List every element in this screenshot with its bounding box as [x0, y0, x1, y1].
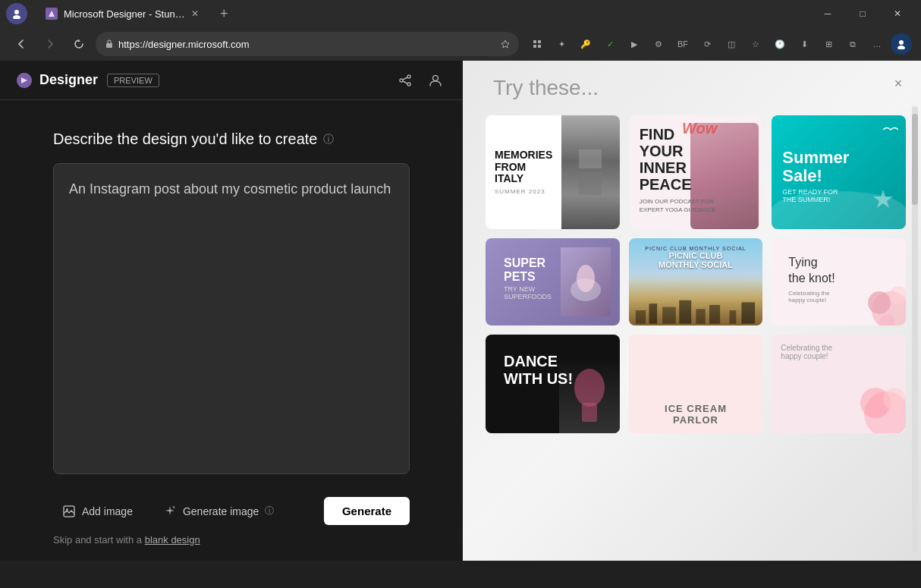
memories-title: MEMORIESFROM ITALY	[495, 149, 552, 184]
design-card-peace[interactable]: FINDYOURINNERPEACE JOIN OUR PODCAST FORE…	[629, 115, 763, 229]
action-row: Add image Generate image ⓘ Generate	[53, 497, 410, 525]
address-bar[interactable]: https://designer.microsoft.com	[96, 32, 519, 56]
svg-point-10	[400, 79, 403, 82]
designer-logo: Designer PREVIEW	[15, 71, 159, 90]
svg-rect-17	[579, 149, 602, 168]
pets-image	[561, 247, 611, 316]
svg-rect-24	[662, 307, 676, 324]
memories-image	[561, 115, 619, 229]
browser-icon-7[interactable]: ⟳	[696, 33, 718, 55]
user-profile-icon[interactable]	[891, 33, 912, 55]
design-card-summer[interactable]: SummerSale! GET READY FORTHE SUMMER!	[772, 115, 906, 229]
browser-icon-8[interactable]: ◫	[721, 33, 742, 55]
right-panel: × Try these... MEMORIESFROM ITALY SUMMER…	[463, 61, 921, 561]
celebrate-text: Celebrating thehappy couple!	[781, 344, 897, 360]
download-icon[interactable]: ⬇	[794, 33, 815, 55]
design-card-wedding[interactable]: Tyingthe knot! Celebrating thehappy coup…	[772, 238, 906, 325]
svg-point-21	[577, 265, 595, 292]
close-panel-button[interactable]: ×	[887, 72, 910, 95]
history-icon[interactable]: 🕐	[769, 33, 791, 55]
forward-button[interactable]	[38, 32, 62, 56]
celebrate-subtitle: Celebrating thehappy couple!	[781, 344, 897, 360]
refresh-button[interactable]	[67, 32, 91, 56]
pets-title: SUPER PETS	[504, 256, 552, 284]
extensions-btn[interactable]: ⧉	[842, 33, 863, 55]
design-card-picnic[interactable]: PICNIC CLUB MONTHLY SOCIAL PICNIC CLUBMO…	[629, 238, 763, 325]
prompt-textarea[interactable]: An Instagram post about my cosmetic prod…	[53, 163, 410, 474]
browser-icon-6[interactable]: BF	[672, 33, 693, 55]
generate-button[interactable]: Generate	[324, 497, 410, 525]
account-icon[interactable]	[423, 68, 448, 93]
svg-point-11	[407, 83, 410, 86]
close-button[interactable]: ✕	[880, 2, 915, 26]
logo-svg	[15, 71, 33, 90]
icecream-title: ICE CREAMPARLOR	[665, 403, 727, 426]
svg-rect-27	[709, 305, 720, 324]
new-tab-button[interactable]: +	[220, 6, 228, 22]
svg-point-9	[407, 75, 410, 78]
svg-line-12	[403, 77, 407, 80]
svg-marker-19	[873, 190, 893, 208]
preview-badge: PREVIEW	[107, 74, 159, 87]
tab-close-button[interactable]: ✕	[191, 8, 199, 19]
header-actions	[393, 68, 448, 93]
minimize-button[interactable]: ─	[810, 2, 845, 26]
tab-title: Microsoft Designer - Stunning d...	[64, 8, 185, 20]
app-name: Designer	[39, 72, 98, 88]
wedding-subtitle: Celebrating thehappy couple!	[788, 290, 889, 303]
generate-info-icon[interactable]: ⓘ	[265, 505, 274, 517]
design-card-dance[interactable]: DANCEWITH US!	[486, 335, 620, 433]
svg-rect-22	[635, 310, 645, 324]
design-card-memories[interactable]: MEMORIESFROM ITALY SUMMER 2023	[486, 115, 620, 229]
blank-design-link[interactable]: blank design	[145, 534, 200, 546]
extensions-icon[interactable]	[527, 33, 548, 55]
restore-button[interactable]: □	[845, 2, 880, 26]
star-icon[interactable]	[501, 39, 510, 49]
design-card-pets[interactable]: SUPER PETS TRY NEWSUPERFOODS	[486, 238, 620, 325]
memories-subtitle: SUMMER 2023	[495, 188, 552, 195]
svg-point-14	[433, 75, 438, 80]
lock-icon	[105, 39, 114, 49]
design-card-celebration[interactable]: Celebrating thehappy couple!	[772, 335, 906, 433]
picnic-header: PICNIC CLUB MONTHLY SOCIAL	[637, 246, 756, 251]
window-controls: ─ □ ✕	[810, 2, 915, 26]
info-icon[interactable]: ⓘ	[323, 133, 334, 146]
apps-icon[interactable]: ⊞	[818, 33, 839, 55]
title-bar: Microsoft Designer - Stunning d... ✕ + ─…	[0, 0, 921, 27]
url-text: https://designer.microsoft.com	[118, 39, 496, 50]
design-card-icecream[interactable]: ICE CREAMPARLOR	[629, 335, 763, 433]
browser-icon-5[interactable]: ⚙	[648, 33, 669, 55]
memories-text: MEMORIESFROM ITALY SUMMER 2023	[486, 115, 561, 229]
add-image-button[interactable]: Add image	[53, 498, 142, 524]
svg-point-7	[899, 40, 904, 45]
svg-rect-23	[649, 303, 657, 324]
prompt-section: Describe the design you'd like to create…	[0, 100, 463, 497]
svg-rect-18	[579, 172, 602, 195]
generate-image-button[interactable]: Generate image ⓘ	[154, 498, 283, 524]
back-button[interactable]	[9, 32, 33, 56]
favorites-icon[interactable]: ☆	[745, 33, 766, 55]
browser-icon-4[interactable]: ▶	[624, 33, 645, 55]
profile-avatar[interactable]	[6, 3, 27, 24]
wedding-title: Tyingthe knot!	[788, 255, 889, 287]
peace-subtitle: JOIN OUR PODCAST FOREXPERT YOGA GUIDANCE	[640, 197, 753, 214]
svg-rect-6	[538, 45, 541, 48]
app-header: Designer PREVIEW	[0, 61, 463, 100]
share-icon[interactable]	[393, 68, 417, 93]
summer-title: SummerSale!	[782, 149, 895, 185]
browser-tab[interactable]: Microsoft Designer - Stunning d... ✕	[33, 2, 211, 26]
designs-container: Try these... MEMORIESFROM ITALY SUMMER 2…	[463, 61, 921, 561]
settings-icon[interactable]: …	[866, 33, 888, 55]
browser-icon-3[interactable]: ✓	[599, 33, 621, 55]
pets-subtitle: TRY NEWSUPERFOODS	[504, 285, 552, 300]
browser-icon-2[interactable]: 🔑	[575, 33, 596, 55]
browser-icon-1[interactable]: ✦	[551, 33, 572, 55]
dance-title: DANCEWITH US!	[504, 353, 602, 388]
designs-grid: MEMORIESFROM ITALY SUMMER 2023 FINDYOURI…	[486, 115, 906, 433]
svg-rect-2	[106, 43, 112, 48]
peace-scribble: Wow	[682, 120, 717, 137]
tab-favicon	[46, 8, 58, 20]
designs-title: Try these...	[486, 76, 906, 100]
svg-rect-4	[538, 40, 541, 43]
skip-section: Skip and start with a blank design	[53, 534, 410, 546]
